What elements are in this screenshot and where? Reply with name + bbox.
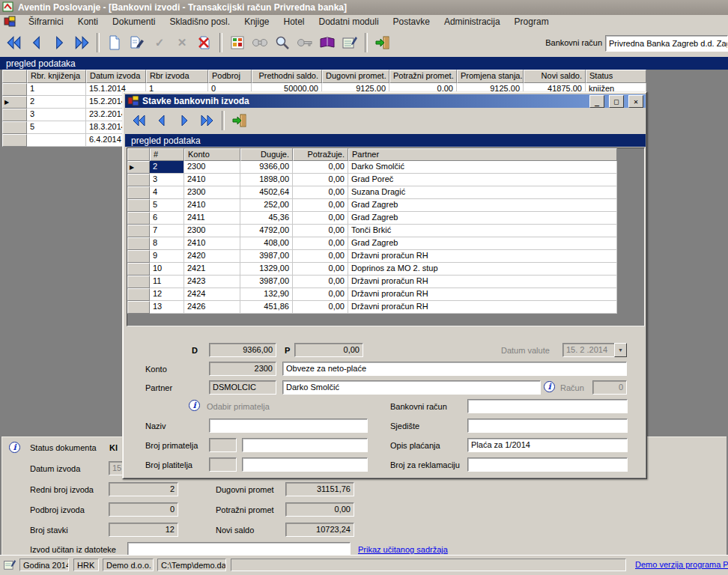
cell[interactable] xyxy=(27,134,86,147)
selected-cell[interactable]: 2 xyxy=(150,161,184,174)
cell[interactable]: 1 xyxy=(27,83,86,96)
partner-name-field[interactable]: Darko Smolčić xyxy=(282,380,541,395)
journal-book-button[interactable] xyxy=(316,31,339,54)
exit-button[interactable] xyxy=(228,109,251,132)
cell[interactable]: 2420 xyxy=(184,250,240,263)
cell[interactable]: 2426 xyxy=(184,301,240,314)
cell[interactable]: 0,00 xyxy=(293,186,348,199)
row-selector[interactable] xyxy=(2,134,27,147)
col-header[interactable]: Dugovni promet. xyxy=(322,70,389,83)
mdi-child-icon[interactable] xyxy=(4,15,16,29)
col-header[interactable]: Novi saldo. xyxy=(524,70,586,83)
row-selector[interactable] xyxy=(2,83,27,96)
menu-dokumenti[interactable]: Dokumenti xyxy=(111,16,157,28)
col-header[interactable]: Rbr izvoda xyxy=(146,70,208,83)
cell[interactable]: Suzana Dragić xyxy=(348,186,617,199)
col-header[interactable]: Prethodni saldo. xyxy=(252,70,322,83)
cell[interactable]: 252,00 xyxy=(240,199,293,212)
cell[interactable]: 4 xyxy=(150,186,184,199)
cell[interactable]: 2300 xyxy=(184,161,240,174)
row-selector[interactable] xyxy=(127,237,150,250)
row-selector[interactable] xyxy=(127,186,150,199)
cell[interactable]: 1898,00 xyxy=(240,174,293,186)
row-selector[interactable] xyxy=(2,121,27,134)
cell[interactable]: 0,00 xyxy=(293,225,348,237)
menu-program[interactable]: Program xyxy=(513,16,550,28)
row-selector[interactable] xyxy=(127,250,150,263)
binoculars-icon[interactable] xyxy=(249,31,271,54)
cell[interactable]: 2421 xyxy=(184,263,240,276)
nav-next-button[interactable] xyxy=(173,109,195,132)
cell[interactable]: 13 xyxy=(150,301,184,314)
notes-icon[interactable] xyxy=(3,559,16,573)
minimize-icon[interactable]: _ xyxy=(589,95,604,108)
table-row[interactable]: ▶ 2 2300 9366,00 0,00 Darko Smolčić xyxy=(127,161,644,174)
bank-account-input[interactable]: Privredna Banka Zagreb d.d. Zagr xyxy=(605,35,728,52)
exit-button[interactable] xyxy=(371,31,394,54)
delete-record-button[interactable] xyxy=(193,31,216,54)
cell[interactable]: 1329,00 xyxy=(240,263,293,276)
table-row[interactable]: 13 2426 451,86 0,00 Državni proračun RH xyxy=(127,301,644,314)
cell[interactable]: Grad Zagreb xyxy=(348,199,617,212)
cell[interactable]: 2300 xyxy=(184,186,240,199)
novi-saldo-field[interactable]: 10723,24 xyxy=(285,523,354,537)
row-selector-arrow[interactable]: ▶ xyxy=(127,161,150,174)
opis-placanja-field[interactable]: Plaća za 1/2014 xyxy=(467,438,628,452)
broj-stavki-field[interactable]: 12 xyxy=(109,523,178,537)
cell[interactable]: 11 xyxy=(150,276,184,288)
cell[interactable]: 408,00 xyxy=(240,237,293,250)
nav-first-button[interactable] xyxy=(3,31,25,54)
table-row[interactable]: 6 2411 45,36 0,00 Grad Zagreb xyxy=(127,212,644,225)
cell[interactable]: 6 xyxy=(150,212,184,225)
cell[interactable]: Grad Zagreb xyxy=(348,212,617,225)
odabir-primatelja-label[interactable]: Odabir primatelja xyxy=(207,402,270,411)
potrazni-promet-field[interactable]: 0,00 xyxy=(285,502,354,517)
dialog-grid[interactable]: # Konto Duguje. Potražuje. Partner ▶ 2 2… xyxy=(127,147,645,326)
cell[interactable]: 45,36 xyxy=(240,212,293,225)
info-icon[interactable]: i xyxy=(544,381,555,392)
cell[interactable]: 0,00 xyxy=(293,237,348,250)
menu-administracija[interactable]: Administracija xyxy=(443,16,502,28)
cell[interactable]: 2423 xyxy=(184,276,240,288)
nav-last-button[interactable] xyxy=(70,31,93,54)
cell[interactable]: 2 xyxy=(27,96,86,109)
col-header[interactable]: Rbr. knjiženja xyxy=(27,70,86,83)
menu-hotel[interactable]: Hotel xyxy=(282,16,306,28)
nav-next-button[interactable] xyxy=(48,31,70,54)
dugovni-promet-field[interactable]: 31151,76 xyxy=(285,482,354,496)
menu-konti[interactable]: Konti xyxy=(76,16,100,28)
prikaz-sadrzaja-link[interactable]: Prikaz učitanog sadržaja xyxy=(358,545,448,554)
bankovni-racun-field[interactable] xyxy=(467,399,628,413)
cell[interactable]: Doprinos za MO 2. stup xyxy=(348,263,617,276)
menu-knjige[interactable]: Knjige xyxy=(243,16,270,28)
col-header[interactable]: Status xyxy=(586,70,646,83)
cell[interactable]: 3 xyxy=(150,174,184,186)
broj-platitelja-code[interactable] xyxy=(209,457,237,472)
edit-record-button[interactable] xyxy=(126,31,148,54)
cell[interactable]: 9 xyxy=(150,250,184,263)
row-selector[interactable] xyxy=(2,109,27,121)
col-header[interactable]: Potražni promet. xyxy=(389,70,457,83)
cell[interactable]: Državni proračun RH xyxy=(348,288,617,301)
cell[interactable]: Državni proračun RH xyxy=(348,250,617,263)
row-selector[interactable] xyxy=(127,276,150,288)
cell[interactable]: 3987,00 xyxy=(240,250,293,263)
menu-sifrarnici[interactable]: Šifrarnici xyxy=(27,16,65,28)
cancel-button[interactable]: ✕ xyxy=(171,31,193,54)
row-selector[interactable] xyxy=(127,288,150,301)
cell[interactable]: 3 xyxy=(27,109,86,121)
cell[interactable]: 2411 xyxy=(184,212,240,225)
col-header[interactable]: # xyxy=(150,148,184,161)
cell[interactable]: 0,00 xyxy=(293,174,348,186)
cell[interactable]: 0,00 xyxy=(293,288,348,301)
table-row[interactable]: 7 2300 4792,00 0,00 Tonči Brkić xyxy=(127,225,644,237)
info-icon[interactable]: i xyxy=(9,442,20,453)
sjediste-field[interactable] xyxy=(467,419,628,433)
table-row[interactable]: 3 2410 1898,00 0,00 Grad Poreč xyxy=(127,174,644,186)
cell[interactable]: 8 xyxy=(150,237,184,250)
konto-field[interactable]: 2300 xyxy=(209,362,276,376)
partner-code-field[interactable]: DSMOLCIC xyxy=(209,380,276,395)
close-icon[interactable]: ✕ xyxy=(628,95,643,108)
cell[interactable]: 0,00 xyxy=(293,263,348,276)
chart-button[interactable] xyxy=(226,31,249,54)
